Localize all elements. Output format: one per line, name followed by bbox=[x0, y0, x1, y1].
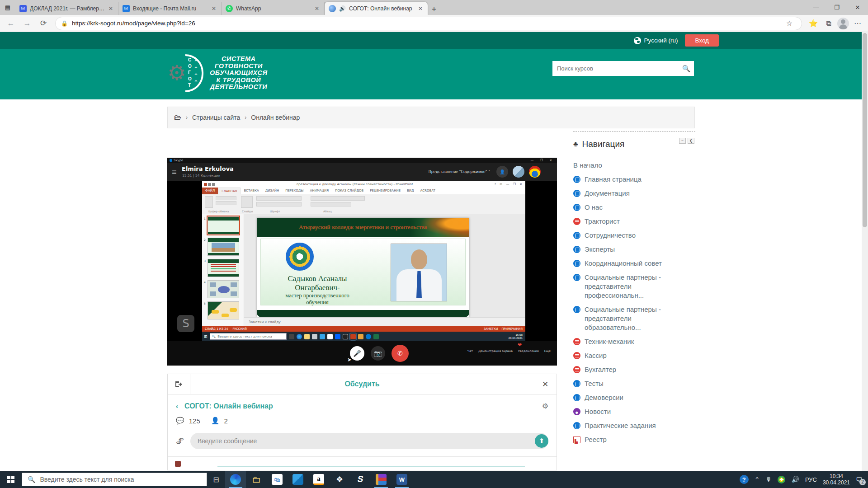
tab-mailru[interactable]: ✉ Входящие - Почта Mail.ru ✕ bbox=[118, 2, 222, 15]
profile-avatar[interactable] bbox=[837, 18, 849, 29]
taskbar-lightning-icon[interactable]: 𝑺 bbox=[350, 471, 371, 488]
discuss-header[interactable]: Обсудить bbox=[190, 374, 534, 394]
popout-icon[interactable] bbox=[168, 374, 190, 394]
url-text[interactable]: https://krk-sogot.ru/mod/page/view.php?i… bbox=[72, 20, 778, 27]
collapse-block-icon[interactable]: − bbox=[679, 138, 686, 144]
add-favorite-star-icon[interactable]: ☆ bbox=[783, 17, 796, 30]
taskbar-explorer-icon[interactable]: 🗀 bbox=[246, 471, 267, 488]
refresh-button[interactable]: ⟳ bbox=[36, 16, 51, 31]
favorites-icon[interactable]: ⭐ bbox=[807, 17, 820, 30]
slide-thumb-4[interactable]: 4 bbox=[208, 280, 239, 298]
back-button[interactable]: ← bbox=[4, 16, 18, 31]
tab-close-icon[interactable]: ✕ bbox=[108, 5, 114, 12]
scrollbar-thumb[interactable] bbox=[863, 33, 867, 227]
thread-title-link[interactable]: СОГОТ: Онлайн вебинар bbox=[184, 402, 536, 410]
slide-thumb-2[interactable]: 2 bbox=[208, 238, 239, 256]
navigation-block: − ❮ ♣ Навигация В начало Главная страниц… bbox=[573, 131, 695, 449]
dock-block-icon[interactable]: ❮ bbox=[688, 138, 694, 144]
address-bar[interactable]: 🔒 https://krk-sogot.ru/mod/page/view.php… bbox=[55, 17, 802, 30]
slide-thumb-1[interactable]: 1 bbox=[208, 216, 239, 235]
nav-item[interactable]: Новости bbox=[573, 407, 695, 416]
tab-close-icon[interactable]: ✕ bbox=[314, 5, 320, 12]
window-minimize-button[interactable]: — bbox=[806, 0, 826, 15]
site-logo[interactable]: ⚙ СОГОТ ⌃⌃⌃⌃ СИСТЕМА ГОТОВНОСТИ ОБУЧАЮЩИ… bbox=[167, 52, 268, 94]
tab-close-icon[interactable]: ✕ bbox=[211, 5, 217, 12]
tab-sogot-active[interactable]: 🔊 СОГОТ: Онлайн вебинар ✕ bbox=[325, 2, 428, 15]
hangup-button[interactable]: ✆ bbox=[392, 345, 409, 362]
taskbar-clock[interactable]: 10:34 30.04.2021 bbox=[823, 473, 850, 486]
tab-title: ДОКЛАД 2021г. — Рамблер/по bbox=[30, 5, 104, 12]
nav-item[interactable]: Кассир bbox=[573, 351, 695, 360]
nav-item-home[interactable]: В начало bbox=[573, 161, 695, 170]
nav-item[interactable]: Тракторист bbox=[573, 217, 695, 226]
new-tab-button[interactable]: ＋ bbox=[428, 2, 440, 15]
course-search[interactable]: 🔍 bbox=[552, 61, 694, 76]
volume-tray-icon[interactable]: 🔊 bbox=[791, 476, 799, 483]
taskbar-search[interactable]: 🔍 Введите здесь текст для поиска bbox=[22, 473, 207, 486]
collections-icon[interactable]: ⧉ bbox=[822, 17, 835, 30]
forward-button[interactable]: → bbox=[20, 16, 34, 31]
nav-item[interactable]: Социальные партнеры - представители обра… bbox=[573, 305, 695, 332]
window-close-button[interactable]: ✕ bbox=[847, 0, 868, 15]
taskbar-winrar-icon[interactable] bbox=[371, 471, 392, 488]
nav-item[interactable]: Тесты bbox=[573, 379, 695, 388]
nav-item[interactable]: О нас bbox=[573, 203, 695, 212]
tab-actions-icon[interactable]: ▤ bbox=[0, 0, 15, 15]
microphone-tray-icon[interactable]: 🎙 bbox=[765, 476, 772, 483]
more-label[interactable]: Ещё bbox=[544, 349, 551, 353]
shared-screen-taskbar: ⊞ 🔍Введите здесь текст для поиска 15:08 … bbox=[202, 332, 525, 341]
close-icon[interactable]: ✕ bbox=[534, 374, 557, 394]
tab-audio-icon[interactable]: 🔊 bbox=[339, 5, 346, 12]
nav-item[interactable]: Демоверсии bbox=[573, 393, 695, 402]
taskbar-word-icon[interactable]: W bbox=[392, 471, 412, 488]
tab-close-icon[interactable]: ✕ bbox=[417, 5, 424, 12]
nav-item[interactable]: Сотрудничество bbox=[573, 231, 695, 240]
nav-item[interactable]: Социальные партнеры - представители проф… bbox=[573, 273, 695, 300]
course-search-input[interactable] bbox=[552, 65, 679, 72]
send-button[interactable]: ⬆ bbox=[535, 434, 548, 448]
search-icon[interactable]: 🔍 bbox=[679, 65, 694, 73]
browser-menu-icon[interactable]: ⋯ bbox=[851, 17, 864, 30]
slide-thumb-5[interactable]: 5 bbox=[208, 301, 239, 319]
breadcrumb-site-pages[interactable]: Страницы сайта bbox=[192, 114, 240, 121]
page-scrollbar[interactable] bbox=[862, 32, 868, 471]
taskbar-edge-icon[interactable] bbox=[225, 471, 246, 488]
camera-button[interactable]: 📷 bbox=[371, 346, 385, 361]
nav-item[interactable]: Документация bbox=[573, 189, 695, 198]
nav-item[interactable]: Реестр bbox=[573, 435, 695, 444]
taskbar-store-icon[interactable]: 🛍 bbox=[267, 471, 288, 488]
notifications-icon[interactable]: 🗨2 bbox=[856, 476, 863, 483]
screenshare-label[interactable]: Демонстрация экрана bbox=[478, 349, 513, 353]
chevron-icon: › bbox=[186, 114, 188, 121]
tab-rambler[interactable]: ✉ ДОКЛАД 2021г. — Рамблер/по ✕ bbox=[15, 2, 118, 15]
window-restore-button[interactable]: ❐ bbox=[826, 0, 847, 15]
microphone-button[interactable]: 🎤 bbox=[350, 346, 364, 361]
tray-chevron-icon[interactable]: ⌃ bbox=[755, 476, 760, 483]
settings-gear-icon[interactable]: ⚙ bbox=[542, 402, 548, 410]
help-tray-icon[interactable]: ? bbox=[740, 475, 749, 484]
slide-notes[interactable]: Заметки к слайду bbox=[244, 317, 525, 326]
attachment-paperclip-icon[interactable]: 🖇 bbox=[176, 436, 184, 446]
language-selector[interactable]: Русский (ru) bbox=[634, 37, 678, 44]
nav-item[interactable]: Главная страница bbox=[573, 175, 695, 184]
nav-item[interactable]: Бухгалтер bbox=[573, 365, 695, 374]
task-view-icon[interactable]: ⊟ bbox=[207, 475, 225, 484]
nav-item[interactable]: Техник-механик bbox=[573, 337, 695, 346]
chat-label[interactable]: Чат bbox=[467, 349, 473, 353]
taskbar-amazon-icon[interactable]: a bbox=[308, 471, 329, 488]
antivirus-tray-icon[interactable]: ✚ bbox=[778, 476, 785, 483]
taskbar-mail-icon[interactable] bbox=[288, 471, 308, 488]
keyboard-language[interactable]: РУС bbox=[805, 476, 817, 483]
login-button[interactable]: Вход bbox=[685, 34, 719, 47]
nav-item[interactable]: Координационный совет bbox=[573, 259, 695, 268]
tab-whatsapp[interactable]: ✆ WhatsApp ✕ bbox=[222, 2, 325, 15]
notifications-label[interactable]: Уведомления bbox=[518, 349, 539, 353]
message-input[interactable] bbox=[190, 433, 548, 449]
nav-item[interactable]: Эксперты bbox=[573, 245, 695, 254]
folder-icon[interactable]: 🗁 bbox=[174, 113, 181, 122]
nav-item[interactable]: Практические задания bbox=[573, 421, 695, 430]
back-chevron-icon[interactable]: ‹ bbox=[176, 402, 178, 410]
slide-thumb-3[interactable]: 3 bbox=[208, 259, 239, 277]
taskbar-dropbox-icon[interactable]: ❖ bbox=[329, 471, 350, 488]
start-button[interactable] bbox=[0, 471, 22, 488]
